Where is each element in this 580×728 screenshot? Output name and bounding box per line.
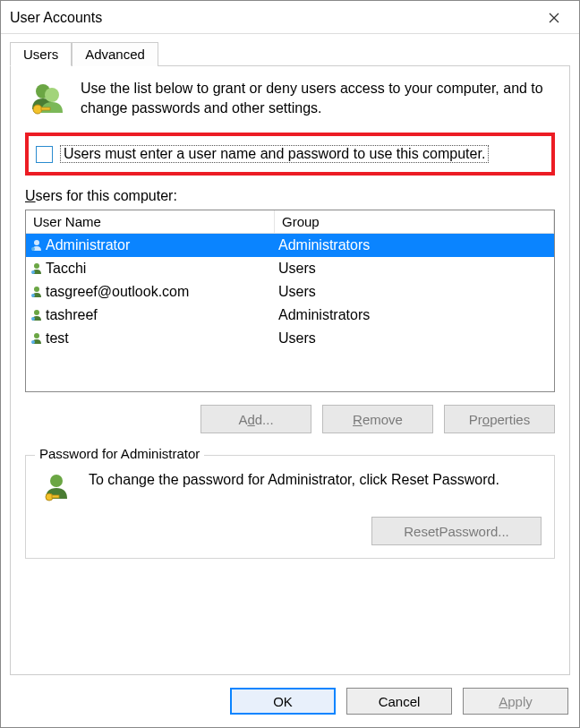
svg-point-8 <box>34 263 39 269</box>
user-icon <box>30 285 44 299</box>
user-key-icon <box>38 470 74 506</box>
svg-point-3 <box>45 88 59 102</box>
username-text: Administrator <box>46 237 130 253</box>
user-buttons-row: Add... Remove Properties <box>25 405 555 433</box>
user-icon <box>30 261 44 276</box>
reset-password-row: Reset Password... <box>38 517 542 545</box>
table-row[interactable]: tasgreef@outlook.comUsers <box>26 280 554 304</box>
users-for-computer-label: Users for this computer: <box>25 188 555 204</box>
table-row[interactable]: TacchiUsers <box>26 257 554 280</box>
svg-point-16 <box>50 475 63 487</box>
cell-username: tasgreef@outlook.com <box>26 282 275 302</box>
reset-password-button[interactable]: Reset Password... <box>371 517 542 545</box>
window-title: User Accounts <box>10 10 102 26</box>
properties-button[interactable]: Properties <box>444 405 555 433</box>
svg-point-6 <box>34 240 39 245</box>
svg-rect-5 <box>41 107 50 110</box>
tab-panel-users: Use the list below to grant or deny user… <box>10 66 570 675</box>
cell-username: Tacchi <box>26 259 275 278</box>
svg-point-7 <box>31 247 35 251</box>
svg-point-14 <box>34 333 39 338</box>
ok-label: OK <box>273 694 293 709</box>
must-enter-credentials-row: Users must enter a user name and passwor… <box>25 133 555 176</box>
tab-users-label: Users <box>23 47 58 62</box>
svg-point-13 <box>31 317 35 321</box>
intro-text: Use the list below to grant or deny user… <box>81 79 555 122</box>
username-text: test <box>46 330 69 347</box>
add-button[interactable]: Add... <box>200 405 311 433</box>
table-row[interactable]: testUsers <box>26 327 554 350</box>
svg-point-12 <box>34 310 39 315</box>
svg-point-4 <box>33 105 42 114</box>
users-table-header: User Name Group <box>26 210 554 234</box>
apply-button[interactable]: Apply <box>463 688 568 715</box>
password-content: To change the password for Administrator… <box>38 470 542 506</box>
table-row[interactable]: AdministratorAdministrators <box>26 234 554 257</box>
must-enter-credentials-label[interactable]: Users must enter a user name and passwor… <box>60 145 489 163</box>
tab-advanced-label: Advanced <box>85 47 145 62</box>
tab-advanced[interactable]: Advanced <box>72 42 158 66</box>
svg-point-11 <box>31 294 35 297</box>
users-table[interactable]: User Name Group AdministratorAdministrat… <box>25 210 555 392</box>
dialog-button-row: OK Cancel Apply <box>1 688 568 715</box>
password-groupbox: Password for Administrator To change the… <box>25 455 555 559</box>
username-text: Tacchi <box>46 261 86 277</box>
must-enter-credentials-checkbox[interactable] <box>36 146 53 163</box>
username-text: tashreef <box>46 307 98 323</box>
user-icon <box>30 331 44 346</box>
cell-username: Administrator <box>26 236 275 255</box>
users-keys-icon <box>25 79 68 122</box>
cancel-label: Cancel <box>379 694 421 709</box>
cell-username: test <box>26 329 275 348</box>
remove-button[interactable]: Remove <box>322 405 433 433</box>
user-icon <box>30 238 44 253</box>
cell-group: Users <box>275 259 320 278</box>
cell-group: Administrators <box>275 236 373 255</box>
cell-group: Users <box>275 282 320 302</box>
table-row[interactable]: tashreefAdministrators <box>26 304 554 327</box>
svg-rect-18 <box>52 495 59 498</box>
svg-point-9 <box>31 270 35 274</box>
column-header-group[interactable]: Group <box>275 210 554 233</box>
ok-button[interactable]: OK <box>230 688 336 715</box>
cell-username: tashreef <box>26 305 275 325</box>
column-header-username[interactable]: User Name <box>26 210 275 233</box>
cell-group: Administrators <box>275 305 373 325</box>
svg-point-15 <box>31 340 35 344</box>
intro-row: Use the list below to grant or deny user… <box>25 79 555 122</box>
close-icon <box>549 13 559 23</box>
titlebar: User Accounts <box>1 1 579 34</box>
password-instruction-text: To change the password for Administrator… <box>89 470 499 506</box>
password-groupbox-title: Password for Administrator <box>35 446 204 461</box>
username-text: tasgreef@outlook.com <box>46 284 189 300</box>
cell-group: Users <box>275 329 320 348</box>
close-button[interactable] <box>536 6 572 30</box>
tab-users[interactable]: Users <box>10 42 72 66</box>
svg-point-10 <box>34 287 39 292</box>
tab-strip: Users Advanced <box>10 41 570 66</box>
cancel-button[interactable]: Cancel <box>346 688 452 715</box>
user-icon <box>30 308 44 322</box>
